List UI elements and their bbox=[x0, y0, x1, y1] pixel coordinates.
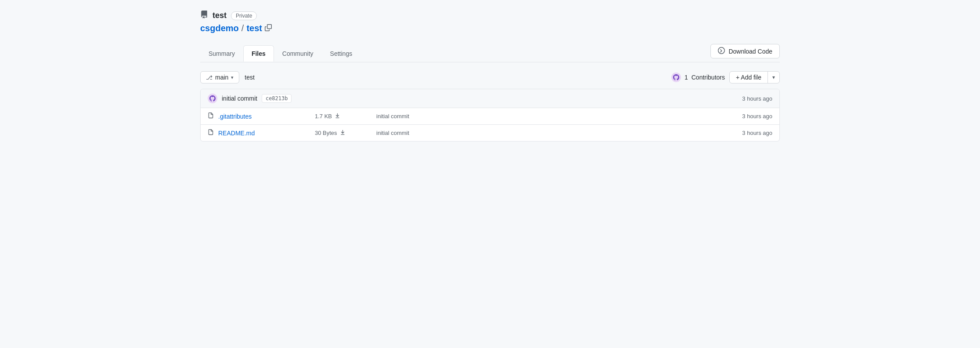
copy-icon[interactable] bbox=[265, 24, 272, 33]
breadcrumb: csgdemo / test bbox=[200, 23, 780, 33]
contributors-button[interactable]: 1 Contributors bbox=[671, 72, 725, 82]
contributors-count: 1 bbox=[685, 74, 688, 81]
commit-avatar bbox=[208, 94, 217, 103]
file-time-readme: 3 hours ago bbox=[720, 130, 772, 136]
commit-time: 3 hours ago bbox=[742, 95, 772, 102]
toolbar-right: 1 Contributors + Add file ▾ bbox=[671, 71, 780, 83]
table-row: .gitattributes 1.7 KB initial commit 3 h… bbox=[201, 108, 779, 125]
tab-settings[interactable]: Settings bbox=[322, 45, 361, 62]
add-file-label[interactable]: + Add file bbox=[730, 72, 768, 83]
tab-summary[interactable]: Summary bbox=[200, 45, 243, 62]
tabs-left: Summary Files Community Settings bbox=[200, 45, 360, 61]
tab-files[interactable]: Files bbox=[243, 45, 274, 62]
file-commit-readme: initial commit bbox=[376, 130, 720, 136]
current-path: test bbox=[245, 74, 255, 81]
branch-chevron-icon: ▾ bbox=[231, 75, 234, 80]
file-size-readme: 30 Bytes bbox=[315, 130, 376, 137]
tab-community[interactable]: Community bbox=[274, 45, 322, 62]
toolbar-left: ⎇ main ▾ test bbox=[200, 71, 255, 83]
file-icon bbox=[208, 112, 214, 120]
repo-name: test bbox=[213, 11, 227, 20]
file-commit-gitattributes: initial commit bbox=[376, 113, 720, 120]
breadcrumb-owner[interactable]: csgdemo bbox=[200, 23, 239, 33]
branch-icon: ⎇ bbox=[206, 74, 213, 81]
commit-header-left: initial commit ce8213b bbox=[208, 94, 292, 103]
add-file-button[interactable]: + Add file ▾ bbox=[729, 71, 780, 83]
branch-name: main bbox=[215, 74, 228, 81]
files-table: initial commit ce8213b 3 hours ago .gita… bbox=[200, 89, 780, 141]
breadcrumb-separator: / bbox=[241, 23, 244, 33]
download-code-button[interactable]: Download Code bbox=[710, 44, 780, 58]
contributors-avatar bbox=[671, 72, 681, 82]
file-name-gitattributes[interactable]: .gitattributes bbox=[218, 113, 315, 120]
commit-header-row: initial commit ce8213b 3 hours ago bbox=[201, 89, 779, 108]
file-icon bbox=[208, 129, 214, 137]
download-code-icon bbox=[718, 47, 725, 55]
file-time-gitattributes: 3 hours ago bbox=[720, 113, 772, 120]
commit-message[interactable]: initial commit bbox=[222, 95, 257, 102]
download-file-icon[interactable] bbox=[340, 130, 346, 137]
breadcrumb-repo[interactable]: test bbox=[246, 23, 262, 33]
download-code-label: Download Code bbox=[728, 48, 772, 55]
tabs-row: Summary Files Community Settings Downloa… bbox=[200, 44, 780, 62]
download-file-icon[interactable] bbox=[335, 113, 340, 120]
visibility-badge: Private bbox=[231, 11, 257, 20]
files-toolbar: ⎇ main ▾ test 1 Contributors + Add file … bbox=[200, 71, 780, 83]
file-name-readme[interactable]: README.md bbox=[218, 130, 315, 137]
file-size-gitattributes: 1.7 KB bbox=[315, 113, 376, 120]
branch-selector[interactable]: ⎇ main ▾ bbox=[200, 71, 239, 83]
add-file-chevron-icon[interactable]: ▾ bbox=[768, 72, 779, 83]
contributors-label: Contributors bbox=[692, 74, 725, 81]
table-row: README.md 30 Bytes initial commit 3 hour… bbox=[201, 125, 779, 141]
commit-hash[interactable]: ce8213b bbox=[262, 94, 292, 103]
repo-icon bbox=[200, 11, 208, 21]
